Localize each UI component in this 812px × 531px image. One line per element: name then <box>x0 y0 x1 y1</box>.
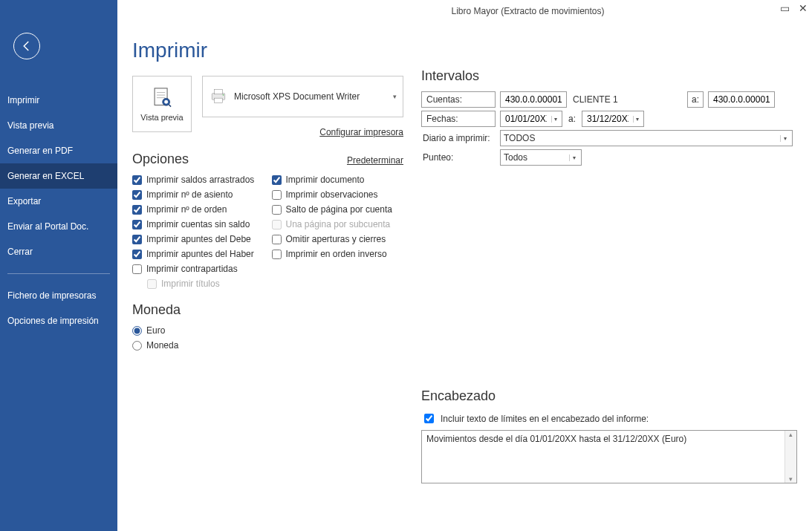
chevron-down-icon[interactable]: ▾ <box>569 154 578 161</box>
printer-icon <box>209 87 228 106</box>
option-left-checkbox-5[interactable]: Imprimir apuntes del Haber <box>132 249 264 259</box>
diario-select[interactable]: TODOS▾ <box>500 130 793 146</box>
moneda-radio-1[interactable]: Moneda <box>132 340 403 351</box>
preview-button[interactable]: Vista previa <box>132 76 192 132</box>
sidebar-separator <box>7 273 110 274</box>
cuentas-label: Cuentas: <box>426 94 462 105</box>
sidebar-items: ImprimirVista previaGenerar en PDFGenera… <box>0 88 117 264</box>
fechas-label-box[interactable]: Fechas: <box>421 111 496 127</box>
cuenta-from-name: CLIENTE 1 <box>571 94 683 105</box>
default-link[interactable]: Predeterminar <box>347 155 403 166</box>
punteo-label: Punteo: <box>421 152 496 163</box>
chevron-down-icon[interactable]: ▾ <box>551 116 559 123</box>
window-controls: ▭ ✕ <box>780 0 808 22</box>
svg-point-5 <box>164 100 168 104</box>
main-content: Libro Mayor (Extracto de movimientos) ▭ … <box>117 0 812 531</box>
option-left-checkbox-label-1: Imprimir nº de asiento <box>146 189 233 200</box>
sidebar-item-0[interactable]: Imprimir <box>0 88 117 113</box>
sidebar-item-6[interactable]: Cerrar <box>0 239 117 264</box>
option-right-checkbox-label-1: Imprimir observaciones <box>286 189 378 200</box>
options-title: Opciones <box>132 152 189 167</box>
scrollbar[interactable]: ▴ ▾ <box>785 431 796 483</box>
option-left-checkbox-1[interactable]: Imprimir nº de asiento <box>132 189 264 200</box>
svg-rect-9 <box>215 98 223 103</box>
option-left-checkbox-label-7: Imprimir títulos <box>161 278 220 289</box>
scroll-down-icon[interactable]: ▾ <box>789 475 793 483</box>
titlebar: Libro Mayor (Extracto de movimientos) ▭ … <box>244 0 812 22</box>
chevron-down-icon[interactable]: ▾ <box>780 135 789 142</box>
option-right-checkbox-3: Una página por subcuenta <box>272 219 404 229</box>
option-left-checkbox-label-0: Imprimir saldos arrastrados <box>146 175 254 185</box>
encabezado-title: Encabezado <box>421 388 797 404</box>
document-preview-icon <box>149 86 175 111</box>
include-limits-label: Incluir texto de límites en el encabezad… <box>441 414 649 424</box>
sidebar: ImprimirVista previaGenerar en PDFGenera… <box>0 0 117 531</box>
option-left-checkbox-label-5: Imprimir apuntes del Haber <box>146 249 254 259</box>
arrow-left-icon <box>20 39 33 53</box>
maximize-icon[interactable]: ▭ <box>780 3 790 13</box>
option-left-checkbox-label-4: Imprimir apuntes del Debe <box>146 234 251 244</box>
cuentas-label-box[interactable]: Cuentas: <box>421 91 496 108</box>
a-label-fechas: a: <box>567 114 577 124</box>
diario-value: TODOS <box>504 133 777 143</box>
cuenta-from-input[interactable] <box>500 91 567 108</box>
a-label-cuentas: a: <box>687 91 704 108</box>
option-right-checkbox-0[interactable]: Imprimir documento <box>272 175 404 185</box>
sidebar-item-5[interactable]: Enviar al Portal Doc. <box>0 214 117 239</box>
option-right-checkbox-2[interactable]: Salto de página por cuenta <box>272 204 404 215</box>
svg-point-10 <box>223 94 224 96</box>
option-left-checkbox-6[interactable]: Imprimir contrapartidas <box>132 264 264 274</box>
option-right-checkbox-label-2: Salto de página por cuenta <box>286 204 392 215</box>
option-left-checkbox-label-2: Imprimir nº de orden <box>146 204 227 215</box>
header-text-value: Movimientos desde el día 01/01/20XX hast… <box>426 434 686 444</box>
configure-printer-link[interactable]: Configurar impresora <box>319 127 403 137</box>
fecha-from-input[interactable]: ▾ <box>500 111 562 127</box>
sidebar-item-1[interactable]: Vista previa <box>0 113 117 138</box>
option-right-checkbox-label-5: Imprimir en orden inverso <box>286 249 387 259</box>
printer-selector[interactable]: Microsoft XPS Document Writer ▾ <box>202 76 403 117</box>
option-left-checkbox-7: Imprimir títulos <box>147 278 264 289</box>
moneda-radio-label-1: Moneda <box>146 340 178 351</box>
moneda-options: EuroMoneda <box>132 325 403 351</box>
option-left-checkbox-label-6: Imprimir contrapartidas <box>146 264 238 274</box>
option-left-checkbox-0[interactable]: Imprimir saldos arrastrados <box>132 175 264 185</box>
scroll-up-icon[interactable]: ▴ <box>789 431 793 438</box>
sidebar-item2-1[interactable]: Opciones de impresión <box>0 308 117 333</box>
option-left-checkbox-3[interactable]: Imprimir cuentas sin saldo <box>132 219 264 229</box>
sidebar-item2-0[interactable]: Fichero de impresoras <box>0 283 117 308</box>
moneda-radio-label-0: Euro <box>146 325 165 336</box>
page-title: Imprimir <box>132 39 403 62</box>
close-icon[interactable]: ✕ <box>799 3 808 13</box>
svg-rect-8 <box>215 89 223 94</box>
option-left-checkbox-label-3: Imprimir cuentas sin saldo <box>146 219 250 229</box>
sidebar-item-4[interactable]: Exportar <box>0 189 117 214</box>
svg-line-6 <box>169 105 171 107</box>
option-right-checkbox-label-3: Una página por subcuenta <box>286 219 391 229</box>
moneda-title: Moneda <box>132 302 403 318</box>
punteo-value: Todos <box>504 152 566 163</box>
option-right-checkbox-5[interactable]: Imprimir en orden inverso <box>272 249 404 259</box>
preview-button-label: Vista previa <box>140 113 183 122</box>
fecha-to-input[interactable]: ▾ <box>582 111 644 127</box>
cuenta-to-input[interactable] <box>708 91 775 108</box>
diario-label: Diario a imprimir: <box>421 133 496 143</box>
option-right-checkbox-label-0: Imprimir documento <box>286 175 365 185</box>
chevron-down-icon[interactable]: ▾ <box>633 116 640 123</box>
include-limits-checkbox[interactable]: Incluir texto de límites en el encabezad… <box>421 411 797 426</box>
moneda-radio-0[interactable]: Euro <box>132 325 403 336</box>
printer-name: Microsoft XPS Document Writer <box>234 91 387 102</box>
back-button[interactable] <box>13 33 40 59</box>
options-left-column: Imprimir saldos arrastradosImprimir nº d… <box>132 175 264 289</box>
fechas-label: Fechas: <box>426 114 458 124</box>
option-right-checkbox-4[interactable]: Omitir aperturas y cierres <box>272 234 404 244</box>
option-right-checkbox-1[interactable]: Imprimir observaciones <box>272 189 404 200</box>
option-right-checkbox-label-4: Omitir aperturas y cierres <box>286 234 386 244</box>
punteo-select[interactable]: Todos▾ <box>500 149 582 166</box>
chevron-down-icon: ▾ <box>393 93 397 100</box>
header-textarea[interactable]: Movimientos desde el día 01/01/20XX hast… <box>421 430 797 483</box>
option-left-checkbox-2[interactable]: Imprimir nº de orden <box>132 204 264 215</box>
sidebar-item-2[interactable]: Generar en PDF <box>0 138 117 163</box>
intervalos-title: Intervalos <box>421 68 797 84</box>
sidebar-item-3[interactable]: Generar en EXCEL <box>0 163 117 189</box>
option-left-checkbox-4[interactable]: Imprimir apuntes del Debe <box>132 234 264 244</box>
